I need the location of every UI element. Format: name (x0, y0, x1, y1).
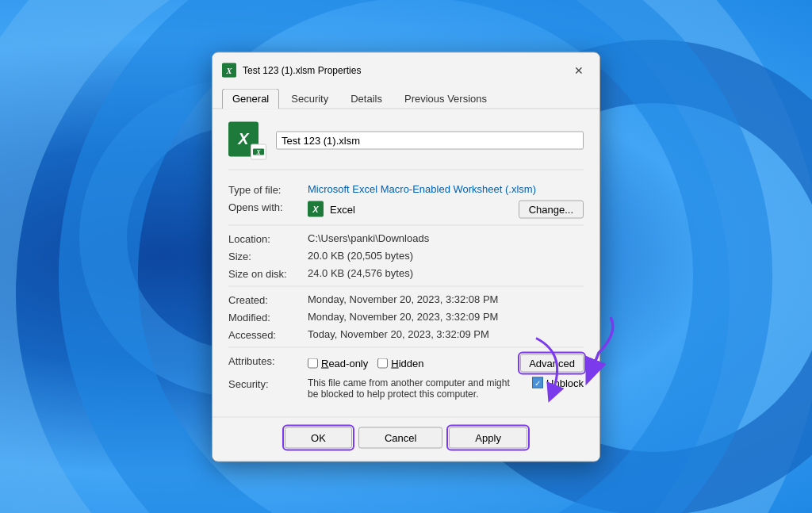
location-row: Location: C:\Users\panki\Downloads (228, 232, 584, 244)
separator-1 (228, 224, 584, 225)
disk-row: Size on disk: 24.0 KB (24,576 bytes) (228, 266, 584, 279)
change-button[interactable]: Change... (519, 200, 584, 218)
excel-badge: X (251, 144, 266, 159)
tab-general[interactable]: General (222, 88, 279, 109)
cancel-button[interactable]: Cancel (358, 427, 442, 448)
tab-bar: General Security Details Previous Versio… (213, 84, 599, 109)
hidden-label: Hidden (391, 357, 423, 369)
size-value: 20.0 KB (20,505 bytes) (308, 249, 584, 261)
unblock-label[interactable]: Unblock (532, 377, 584, 389)
created-value: Monday, November 20, 2023, 3:32:08 PM (308, 293, 584, 304)
security-row: Security: This file came from another co… (228, 377, 584, 399)
dialog-title: Test 123 (1).xlsm Properties (243, 64, 361, 75)
advanced-button[interactable]: Advanced (520, 354, 584, 372)
disk-label: Size on disk: (228, 266, 308, 279)
dialog-footer: OK Cancel Apply (213, 416, 599, 461)
title-bar-left: X Test 123 (1).xlsm Properties (222, 63, 361, 77)
readonly-checkbox[interactable] (308, 358, 318, 368)
excel-small-icon: X (308, 201, 324, 217)
apply-button[interactable]: Apply (449, 427, 527, 448)
properties-table: Type of file: Microsoft Excel Macro-Enab… (228, 182, 584, 399)
hidden-checkbox-label[interactable]: Hidden (377, 357, 423, 369)
file-icon: X (228, 121, 266, 159)
type-value: Microsoft Excel Macro-Enabled Worksheet … (308, 182, 584, 194)
unblock-checkbox[interactable] (532, 377, 543, 389)
dialog-icon: X (222, 63, 236, 77)
modified-row: Modified: Monday, November 20, 2023, 3:3… (228, 310, 584, 323)
accessed-value: Today, November 20, 2023, 3:32:09 PM (308, 327, 584, 339)
accessed-row: Accessed: Today, November 20, 2023, 3:32… (228, 327, 584, 340)
close-button[interactable]: ✕ (568, 62, 590, 78)
size-row: Size: 20.0 KB (20,505 bytes) (228, 249, 584, 262)
tab-details[interactable]: Details (340, 88, 393, 109)
opens-with-app: Excel (330, 203, 355, 215)
readonly-checkbox-label[interactable]: Read-only (308, 357, 368, 369)
separator-2 (228, 285, 584, 286)
location-label: Location: (228, 232, 308, 244)
type-row: Type of file: Microsoft Excel Macro-Enab… (228, 182, 584, 195)
title-bar: X Test 123 (1).xlsm Properties ✕ (213, 52, 599, 81)
file-name-input[interactable] (276, 132, 584, 150)
dialog-content: X Type of file: Microsoft Excel Macro-En… (213, 109, 599, 416)
tab-previous-versions[interactable]: Previous Versions (394, 88, 497, 109)
ok-button[interactable]: OK (285, 427, 352, 448)
opens-with-row: Opens with: X Excel Change... (228, 200, 584, 218)
accessed-label: Accessed: (228, 327, 308, 340)
properties-dialog: X Test 123 (1).xlsm Properties ✕ General… (212, 52, 600, 461)
attributes-label: Attributes: (228, 354, 308, 366)
created-label: Created: (228, 293, 308, 305)
separator-3 (228, 346, 584, 347)
security-label: Security: (228, 377, 308, 389)
svg-text:X: X (255, 148, 261, 155)
security-text: This file came from another computer and… (308, 377, 523, 399)
readonly-label: Read-only (321, 357, 368, 369)
location-value: C:\Users\panki\Downloads (308, 232, 584, 243)
created-row: Created: Monday, November 20, 2023, 3:32… (228, 293, 584, 305)
modified-label: Modified: (228, 310, 308, 323)
svg-text:X: X (225, 65, 232, 75)
opens-with-label: Opens with: (228, 200, 308, 212)
tab-security[interactable]: Security (281, 88, 339, 109)
modified-value: Monday, November 20, 2023, 3:32:09 PM (308, 310, 584, 322)
disk-value: 24.0 KB (24,576 bytes) (308, 266, 584, 278)
file-header: X (228, 121, 584, 170)
attributes-row: Attributes: Read-only Hidden Advanced (228, 354, 584, 372)
size-label: Size: (228, 249, 308, 262)
type-label: Type of file: (228, 182, 308, 195)
hidden-checkbox[interactable] (377, 358, 388, 368)
unblock-text: Unblock (546, 377, 584, 389)
